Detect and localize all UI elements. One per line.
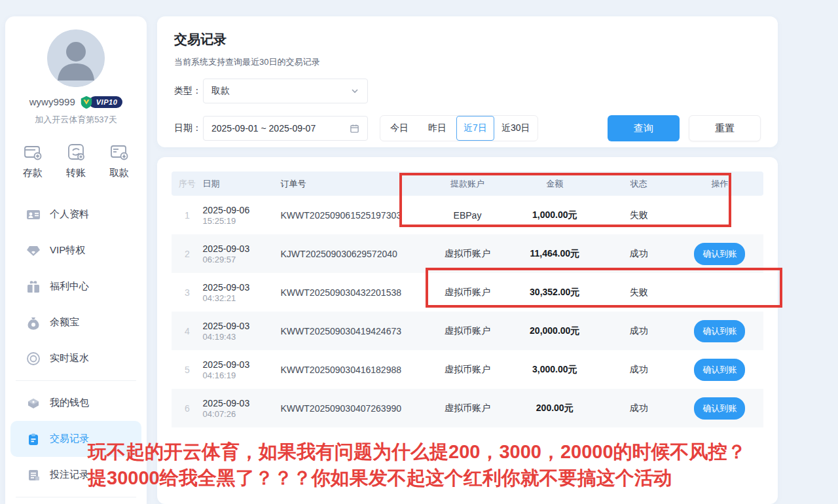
deposit-button[interactable]: 存款 <box>22 141 43 179</box>
row-order-number: KWWT202509030416182988 <box>281 365 428 375</box>
diamond-icon <box>26 243 41 258</box>
avatar <box>47 29 105 87</box>
page-title: 交易记录 <box>174 31 761 48</box>
row-order-number: KWWT202509030432201538 <box>281 287 428 298</box>
row-amount: 200.00元 <box>508 403 602 414</box>
page-subtitle: 当前系统支持查询最近30日的交易记录 <box>174 56 761 68</box>
header-no: 序号 <box>172 178 203 190</box>
betting-record-icon <box>26 468 41 482</box>
sidebar-item-yuebao[interactable]: 余额宝 <box>5 304 147 340</box>
complaint-line-1: 玩不起的开云体育，如果我有问题为什么提200，3000，20000的时候不风控？ <box>88 439 746 465</box>
row-account: 虚拟币账户 <box>427 364 508 376</box>
quick-action-label: 取款 <box>109 167 129 179</box>
row-index: 6 <box>172 403 203 414</box>
join-days-text: 加入开云体育第537天 <box>5 114 147 126</box>
sidebar-item-profile[interactable]: 个人资料 <box>5 196 147 232</box>
username: wywy9999 <box>29 96 75 107</box>
withdraw-button[interactable]: 取款 <box>109 141 130 179</box>
row-date: 2025-09-06 <box>203 205 250 215</box>
vip-level-label: VIP10 <box>89 96 122 108</box>
table-row: 5 2025-09-0304:16:19 KWWT202509030416182… <box>172 350 763 389</box>
row-amount: 11,464.00元 <box>508 248 602 260</box>
red-annotation-box-row3 <box>426 268 782 308</box>
transaction-record-icon <box>26 432 41 446</box>
row-account: 虚拟币账户 <box>427 248 508 260</box>
row-amount: 20,000.00元 <box>508 325 602 337</box>
table-row: 6 2025-09-0304:07:26 KWWT202509030407263… <box>172 389 763 427</box>
sidebar-item-vip[interactable]: VIP特权 <box>5 232 147 268</box>
sidebar-item-wallet[interactable]: 我的钱包 <box>5 385 147 421</box>
quick-action-label: 存款 <box>23 167 43 179</box>
sidebar-item-label: 余额宝 <box>50 316 79 329</box>
header-date: 日期 <box>203 178 281 190</box>
date-range-input[interactable]: 2025-09-01 ~ 2025-09-07 <box>203 116 368 141</box>
row-date: 2025-09-03 <box>203 321 250 331</box>
confirm-receipt-button[interactable]: 确认到账 <box>694 243 745 265</box>
quick-range-group: 今日 昨日 近7日 近30日 <box>380 115 538 141</box>
id-card-icon <box>26 207 41 222</box>
row-account: 虚拟币账户 <box>427 325 508 337</box>
row-time: 04:19:43 <box>203 332 236 342</box>
withdraw-card-icon <box>109 141 130 162</box>
row-date: 2025-09-03 <box>203 359 250 370</box>
gift-icon <box>26 279 41 294</box>
row-order-number: KWWT202509030419424673 <box>281 326 428 336</box>
sidebar-divider <box>16 497 136 497</box>
filter-card: 交易记录 当前系统支持查询最近30日的交易记录 类型： 取款 日期： 2025-… <box>157 16 778 147</box>
page: wywy9999 VIP10 加入开云体育第537天 存款 <box>0 0 838 504</box>
deposit-card-icon <box>22 141 43 162</box>
row-time: 15:25:19 <box>203 216 236 226</box>
sidebar-divider <box>16 380 136 381</box>
chevron-down-icon <box>350 86 359 96</box>
row-time: 04:07:26 <box>203 409 236 419</box>
quick-actions: 存款 转账 取款 <box>5 141 147 179</box>
row-amount: 3,000.00元 <box>508 364 602 376</box>
range-yesterday-button[interactable]: 昨日 <box>418 116 456 141</box>
rebate-icon <box>26 351 41 366</box>
row-order-number: KWWT202509030407263990 <box>281 403 428 414</box>
row-time: 06:29:57 <box>203 255 236 264</box>
vip-shield-icon <box>79 95 94 109</box>
moneybag-icon <box>26 315 41 330</box>
range-today-button[interactable]: 今日 <box>380 116 418 141</box>
range-30days-button[interactable]: 近30日 <box>494 116 537 141</box>
row-account: 虚拟币账户 <box>427 403 508 414</box>
sidebar-item-label: 投注记录 <box>50 469 89 481</box>
row-status: 成功 <box>602 403 676 414</box>
row-status: 成功 <box>602 364 676 376</box>
red-annotation-box-row1 <box>399 173 731 227</box>
sidebar: wywy9999 VIP10 加入开云体育第537天 存款 <box>5 16 147 504</box>
sidebar-item-welfare[interactable]: 福利中心 <box>5 268 147 304</box>
query-button[interactable]: 查询 <box>608 115 680 141</box>
table-row: 4 2025-09-0304:19:43 KWWT202509030419424… <box>172 312 763 350</box>
row-index: 2 <box>172 249 203 259</box>
sidebar-item-rebate[interactable]: 实时返水 <box>5 340 147 376</box>
date-label: 日期： <box>174 122 203 134</box>
range-7days-button[interactable]: 近7日 <box>456 116 494 141</box>
row-date: 2025-09-03 <box>203 398 250 408</box>
row-time: 04:16:19 <box>203 370 236 380</box>
type-select[interactable]: 取款 <box>203 79 368 103</box>
row-order-number: KJWT202509030629572040 <box>281 249 428 259</box>
row-time: 04:32:21 <box>203 293 236 303</box>
confirm-receipt-button[interactable]: 确认到账 <box>694 397 745 420</box>
complaint-text: 玩不起的开云体育，如果我有问题为什么提200，3000，20000的时候不风控？… <box>88 439 746 491</box>
sidebar-item-label: 我的钱包 <box>50 397 89 409</box>
confirm-receipt-button[interactable]: 确认到账 <box>694 320 745 342</box>
confirm-receipt-button[interactable]: 确认到账 <box>694 359 745 381</box>
sidebar-item-label: 福利中心 <box>50 280 89 293</box>
row-date: 2025-09-03 <box>203 282 250 293</box>
reset-button[interactable]: 重置 <box>689 115 761 141</box>
type-select-value: 取款 <box>211 85 230 97</box>
complaint-line-2: 提30000给我全黑了？？？你如果发不起这个红利你就不要搞这个活动 <box>88 465 746 491</box>
transfer-button[interactable]: 转账 <box>65 141 86 179</box>
quick-action-label: 转账 <box>66 167 86 179</box>
row-index: 3 <box>172 287 203 298</box>
row-status: 成功 <box>602 325 676 337</box>
row-status: 成功 <box>602 248 676 260</box>
sidebar-item-label: 个人资料 <box>50 208 89 221</box>
avatar-photo-placeholder <box>47 29 105 87</box>
sidebar-item-label: 实时返水 <box>50 352 89 365</box>
transfer-icon <box>65 141 86 162</box>
row-index: 4 <box>172 326 203 336</box>
